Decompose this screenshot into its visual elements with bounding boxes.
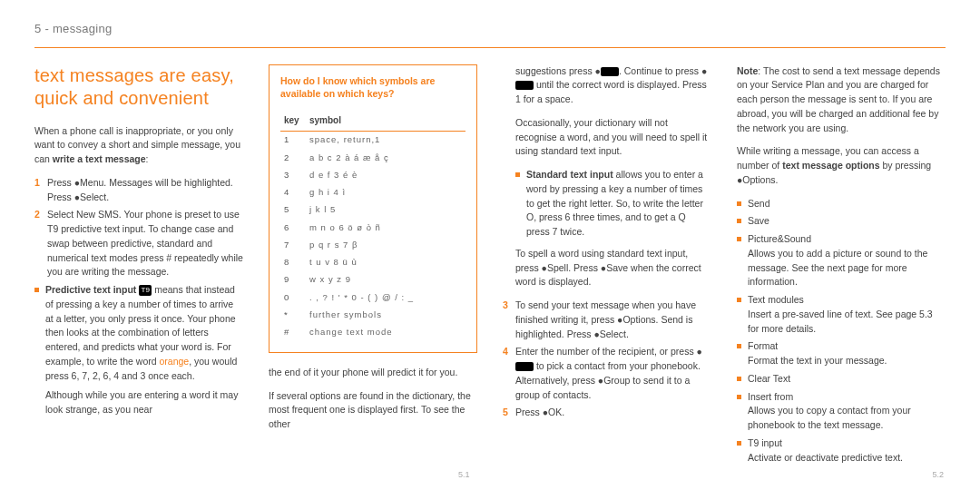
note-body: : The cost to send a text message depend… — [737, 65, 940, 133]
steps-list: Press ●Menu. Messages will be highlighte… — [34, 176, 243, 279]
table-row: 0. , ? ! ' * 0 - ( ) @ / : _ — [280, 289, 466, 306]
softkey-icon — [515, 81, 534, 90]
note-paragraph: Note: The cost to send a text message de… — [737, 64, 946, 136]
column-4: Note: The cost to send a text message de… — [737, 64, 946, 469]
step-1: Press ●Menu. Messages will be highlighte… — [34, 176, 243, 205]
content-columns: text messages are easy, quick and conven… — [34, 64, 946, 469]
step-4: Enter the number of the recipient, or pr… — [503, 345, 711, 402]
softkey-icon — [515, 362, 534, 371]
predictive-lead: Predictive text input — [45, 284, 136, 295]
key-symbol-table: key symbol 1space, return,1 2a b c 2 à á… — [280, 110, 466, 341]
predictive-item: Predictive text input T9 means that inst… — [34, 283, 243, 417]
note-lead: Note — [737, 65, 758, 76]
opt-clear-text: Clear Text — [737, 372, 946, 387]
opt-picture-sound: Picture&SoundAllows you to add a picture… — [737, 232, 946, 289]
predictive-note: Although while you are entering a word i… — [45, 388, 243, 417]
intro-paragraph: When a phone call is inappropriate, or y… — [34, 124, 243, 167]
step-3: To send your text message when you have … — [503, 299, 711, 341]
page-title: text messages are easy, quick and conven… — [34, 64, 243, 110]
table-row: #change text mode — [280, 324, 466, 341]
col2-p2: If several options are found in the dict… — [269, 389, 477, 432]
predictive-orange-word: orange — [159, 356, 189, 367]
standard-lead: Standard text input — [526, 169, 613, 180]
standard-input-bullet: Standard text input allows you to enter … — [503, 168, 711, 240]
column-2: How do I know which symbols are availabl… — [269, 64, 477, 469]
softkey-icon — [601, 67, 619, 76]
table-row: 7p q r s 7 β — [280, 236, 466, 253]
options-list: Send Save Picture&SoundAllows you to add… — [737, 197, 946, 466]
opt-send: Send — [737, 197, 946, 211]
opt-save: Save — [737, 214, 946, 229]
table-row: 1space, return,1 — [280, 131, 466, 149]
col3-p1: suggestions press ●. Continue to press ●… — [503, 64, 711, 107]
opt-t9-input: T9 inputActivate or deactivate predictiv… — [737, 436, 946, 466]
page-number-left: 5.1 — [458, 469, 470, 482]
step-2: Select New SMS. Your phone is preset to … — [34, 208, 243, 279]
col2-p1: the end of it your phone will predict it… — [269, 366, 477, 380]
page-number-right: 5.2 — [932, 469, 944, 482]
table-row: 4g h i 4 ì — [280, 184, 466, 201]
intro-bold: write a text message — [53, 153, 146, 164]
table-row: 3d e f 3 é è — [280, 166, 466, 183]
column-3: suggestions press ●. Continue to press ●… — [503, 64, 711, 469]
opt-format: FormatFormat the text in your message. — [737, 339, 946, 368]
table-row: 5j k l 5 — [280, 201, 466, 219]
table-row: 2a b c 2 à á æ å ç — [280, 149, 466, 166]
standard-input-item: Standard text input allows you to enter … — [515, 168, 711, 240]
step-5: Press ●OK. — [503, 406, 711, 420]
table-row: *further symbols — [280, 306, 466, 323]
intro-colon: : — [146, 153, 149, 164]
column-1: text messages are easy, quick and conven… — [34, 64, 243, 469]
th-symbol: symbol — [306, 110, 466, 132]
steps-continued: To send your text message when you have … — [503, 299, 711, 420]
col3-p3: To spell a word using standard text inpu… — [503, 247, 711, 289]
table-row: 9w x y z 9 — [280, 271, 466, 289]
table-row: 6m n o 6 ö ø ò ñ — [280, 219, 466, 236]
opt-text-modules: Text modulesInsert a pre-saved line of t… — [737, 293, 946, 336]
opt-insert-from: Insert fromAllows you to copy a contact … — [737, 390, 946, 433]
keybox-title: How do I know which symbols are availabl… — [280, 74, 466, 101]
table-row: 8t u v 8 ü ù — [280, 254, 466, 271]
th-key: key — [280, 110, 306, 132]
section-header: 5 - messaging — [34, 20, 946, 38]
t9-icon: T9 — [139, 285, 152, 296]
predictive-bullet: Predictive text input T9 means that inst… — [34, 283, 243, 417]
col3-p2: Occasionally, your dictionary will not r… — [503, 116, 711, 159]
options-intro: While writing a message, you can access … — [737, 144, 946, 187]
predictive-body: means that instead of pressing a key a n… — [45, 284, 236, 367]
divider — [34, 47, 946, 48]
key-symbol-box: How do I know which symbols are availabl… — [269, 64, 477, 353]
